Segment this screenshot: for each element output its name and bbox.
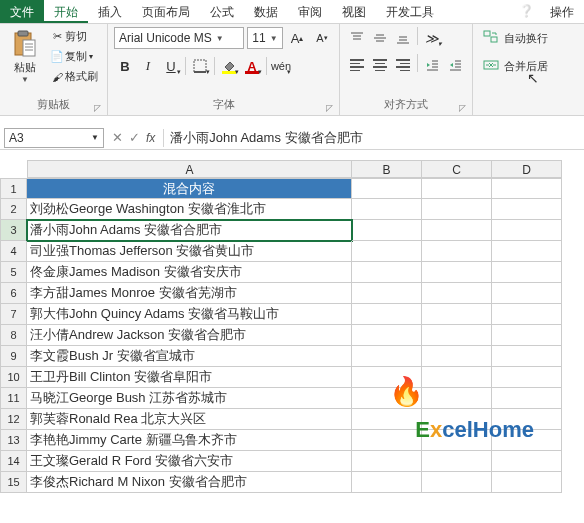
table-row: 15李俊杰Richard M Nixon 安徽省合肥市 <box>0 472 584 493</box>
row-header[interactable]: 14 <box>0 451 27 472</box>
phonetic-button[interactable]: wén▾ <box>270 55 292 77</box>
table-row: 6李方甜James Monroe 安徽省芜湖市 <box>0 283 584 304</box>
chevron-down-icon: ▾ <box>258 68 262 76</box>
chevron-down-icon: ▾ <box>206 68 210 76</box>
data-cell[interactable]: 王卫丹Bill Clinton 安徽省阜阳市 <box>27 367 352 388</box>
spreadsheet: A B C D 1混合内容2刘劲松George Washington 安徽省淮北… <box>0 160 584 493</box>
data-cell[interactable]: 李文霞Bush Jr 安徽省宣城市 <box>27 346 352 367</box>
format-painter-button[interactable]: 🖌格式刷 <box>46 67 101 86</box>
decrease-indent-button[interactable] <box>421 54 443 76</box>
font-name-combo[interactable]: Arial Unicode MS▼ <box>114 27 244 49</box>
formula-bar-row: A3▼ ✕ ✓ fx 潘小雨John Adams 安徽省合肥市 <box>0 126 584 150</box>
wrap-text-button[interactable]: 自动换行 <box>479 27 552 49</box>
row-header[interactable]: 8 <box>0 325 27 346</box>
row-header[interactable]: 10 <box>0 367 27 388</box>
col-header-a[interactable]: A <box>27 160 352 178</box>
bold-button[interactable]: B <box>114 55 136 77</box>
svg-rect-26 <box>491 37 497 42</box>
data-cell[interactable]: 佟金康James Madison 安徽省安庆市 <box>27 262 352 283</box>
row-header[interactable]: 1 <box>0 178 27 199</box>
paste-button[interactable]: 粘贴 ▼ <box>6 27 44 95</box>
row-header[interactable]: 3 <box>0 220 27 241</box>
row-header[interactable]: 12 <box>0 409 27 430</box>
italic-button[interactable]: I <box>137 55 159 77</box>
dialog-launcher-icon[interactable]: ◸ <box>459 103 466 113</box>
data-cell[interactable]: 刘劲松George Washington 安徽省淮北市 <box>27 199 352 220</box>
data-cell[interactable]: 汪小倩Andrew Jackson 安徽省合肥市 <box>27 325 352 346</box>
dialog-launcher-icon[interactable]: ◸ <box>94 103 101 113</box>
data-cell[interactable]: 潘小雨John Adams 安徽省合肥市 <box>27 220 352 241</box>
svg-rect-6 <box>194 60 206 72</box>
fx-icon[interactable]: fx <box>146 131 155 145</box>
row-header[interactable]: 4 <box>0 241 27 262</box>
data-cell[interactable]: 郭芙蓉Ronald Rea 北京大兴区 <box>27 409 352 430</box>
tab-insert[interactable]: 插入 <box>88 0 132 23</box>
increase-indent-button[interactable] <box>444 54 466 76</box>
data-cell[interactable]: 李俊杰Richard M Nixon 安徽省合肥市 <box>27 472 352 493</box>
col-header-b[interactable]: B <box>352 160 422 178</box>
font-color-button[interactable]: A▾ <box>241 55 263 77</box>
tab-data[interactable]: 数据 <box>244 0 288 23</box>
data-cell[interactable]: 李艳艳Jimmy Carte 新疆乌鲁木齐市 <box>27 430 352 451</box>
decrease-font-button[interactable]: A▾ <box>311 27 333 49</box>
font-size-combo[interactable]: 11▼ <box>247 27 283 49</box>
group-alignment: ≫▾ 对齐方式◸ <box>340 24 473 115</box>
orientation-button[interactable]: ≫▾ <box>421 27 443 49</box>
tab-page-layout[interactable]: 页面布局 <box>132 0 200 23</box>
copy-icon: 📄 <box>49 50 65 63</box>
group-font: Arial Unicode MS▼ 11▼ A▴ A▾ B I U▾ ▾ ▾ A… <box>108 24 340 115</box>
cancel-formula-button[interactable]: ✕ <box>112 130 123 145</box>
row-header[interactable]: 5 <box>0 262 27 283</box>
increase-font-button[interactable]: A▴ <box>286 27 308 49</box>
row-header[interactable]: 13 <box>0 430 27 451</box>
align-center-button[interactable] <box>369 54 391 76</box>
table-row: 13李艳艳Jimmy Carte 新疆乌鲁木齐市 <box>0 430 584 451</box>
ribbon-tabs: 文件 开始 插入 页面布局 公式 数据 审阅 视图 开发工具 ❔ 操作 <box>0 0 584 24</box>
row-header[interactable]: 11 <box>0 388 27 409</box>
data-cell[interactable]: 王文璨Gerald R Ford 安徽省六安市 <box>27 451 352 472</box>
confirm-formula-button[interactable]: ✓ <box>129 130 140 145</box>
table-row: 7郭大伟John Quincy Adams 安徽省马鞍山市 <box>0 304 584 325</box>
row-header[interactable]: 7 <box>0 304 27 325</box>
align-bottom-button[interactable] <box>392 27 414 49</box>
formula-bar[interactable]: 潘小雨John Adams 安徽省合肥市 <box>163 129 584 147</box>
table-row: 2刘劲松George Washington 安徽省淮北市 <box>0 199 584 220</box>
align-top-button[interactable] <box>346 27 368 49</box>
cut-button[interactable]: ✂剪切 <box>46 27 101 46</box>
group-wrap-merge: 自动换行 合并后居 <box>473 24 558 115</box>
data-cell[interactable]: 李方甜James Monroe 安徽省芜湖市 <box>27 283 352 304</box>
align-middle-button[interactable] <box>369 27 391 49</box>
tab-review[interactable]: 审阅 <box>288 0 332 23</box>
merge-center-button[interactable]: 合并后居 <box>479 55 552 77</box>
ribbon: 粘贴 ▼ ✂剪切 📄复制▾ 🖌格式刷 剪贴板◸ Arial Unicode MS… <box>0 24 584 116</box>
help-icon[interactable]: ❔ <box>513 0 540 23</box>
copy-button[interactable]: 📄复制▾ <box>46 47 101 66</box>
col-header-d[interactable]: D <box>492 160 562 178</box>
tab-formula[interactable]: 公式 <box>200 0 244 23</box>
data-cell[interactable]: 司业强Thomas Jefferson 安徽省黄山市 <box>27 241 352 262</box>
table-row: 4司业强Thomas Jefferson 安徽省黄山市 <box>0 241 584 262</box>
fill-color-button[interactable]: ▾ <box>218 55 240 77</box>
name-box[interactable]: A3▼ <box>4 128 104 148</box>
group-label-clipboard: 剪贴板◸ <box>6 95 101 115</box>
align-right-button[interactable] <box>392 54 414 76</box>
row-header[interactable]: 6 <box>0 283 27 304</box>
row-header[interactable]: 9 <box>0 346 27 367</box>
header-cell[interactable]: 混合内容 <box>27 178 352 199</box>
row-header[interactable]: 2 <box>0 199 27 220</box>
chevron-down-icon: ▾ <box>438 40 442 48</box>
row-header[interactable]: 15 <box>0 472 27 493</box>
tab-developer[interactable]: 开发工具 <box>376 0 444 23</box>
tab-view[interactable]: 视图 <box>332 0 376 23</box>
col-header-c[interactable]: C <box>422 160 492 178</box>
align-left-button[interactable] <box>346 54 368 76</box>
tab-file[interactable]: 文件 <box>0 0 44 23</box>
data-cell[interactable]: 马晓江George Bush 江苏省苏城市 <box>27 388 352 409</box>
underline-button[interactable]: U▾ <box>160 55 182 77</box>
border-button[interactable]: ▾ <box>189 55 211 77</box>
data-cell[interactable]: 郭大伟John Quincy Adams 安徽省马鞍山市 <box>27 304 352 325</box>
tab-home[interactable]: 开始 <box>44 0 88 23</box>
dialog-launcher-icon[interactable]: ◸ <box>326 103 333 113</box>
table-row: 11马晓江George Bush 江苏省苏城市 <box>0 388 584 409</box>
tab-action[interactable]: 操作 <box>540 0 584 23</box>
